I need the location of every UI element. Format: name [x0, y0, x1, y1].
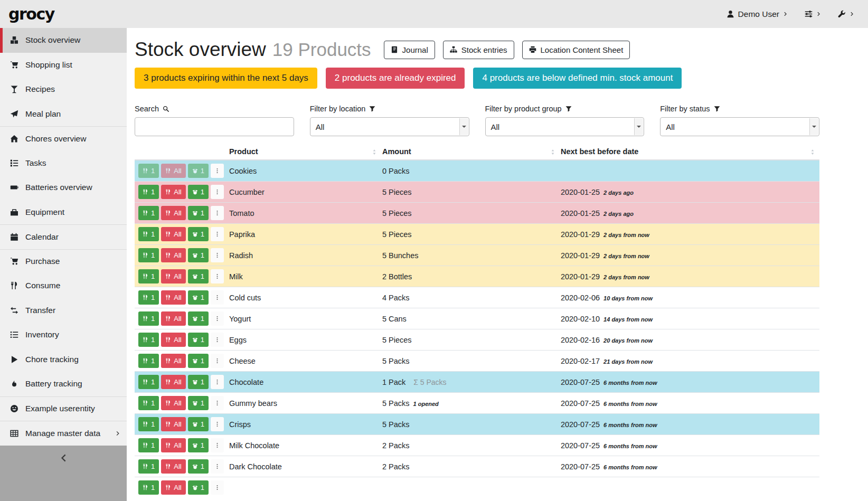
- consume-one-button[interactable]: 1: [138, 417, 159, 431]
- admin-menu[interactable]: [838, 10, 854, 18]
- open-one-button[interactable]: 1: [188, 396, 209, 410]
- row-menu-button[interactable]: [211, 185, 224, 199]
- sidebar-item-equipment[interactable]: Equipment: [0, 200, 127, 225]
- consume-one-button[interactable]: 1: [138, 248, 159, 262]
- consume-one-button[interactable]: 1: [138, 354, 159, 368]
- open-one-button[interactable]: 1: [188, 164, 209, 178]
- location-content-sheet-button[interactable]: Location Content Sheet: [522, 41, 630, 59]
- consume-one-button[interactable]: 1: [138, 480, 159, 495]
- open-one-button[interactable]: 1: [188, 248, 209, 262]
- row-menu-button[interactable]: [211, 375, 224, 389]
- row-menu-button[interactable]: [211, 164, 224, 178]
- consume-all-button[interactable]: All: [161, 248, 185, 262]
- sidebar-item-meal-plan[interactable]: Meal plan: [0, 102, 127, 127]
- open-one-button[interactable]: 1: [188, 227, 209, 241]
- consume-one-button[interactable]: 1: [138, 311, 159, 326]
- app-logo[interactable]: grocy: [8, 5, 54, 23]
- consume-all-button[interactable]: All: [161, 375, 185, 389]
- sidebar-item-purchase[interactable]: Purchase: [0, 249, 127, 274]
- sidebar-item-chore-tracking[interactable]: Chore tracking: [0, 347, 127, 372]
- journal-button[interactable]: Journal: [384, 41, 435, 59]
- sidebar-item-transfer[interactable]: Transfer: [0, 298, 127, 323]
- consume-one-button[interactable]: 1: [138, 269, 159, 283]
- consume-all-button[interactable]: All: [161, 290, 185, 305]
- consume-all-button[interactable]: All: [161, 311, 185, 326]
- expired-banner[interactable]: 2 products are already expired: [326, 68, 465, 89]
- consume-all-button[interactable]: All: [161, 269, 185, 283]
- stock-entries-button[interactable]: Stock entries: [443, 41, 514, 59]
- consume-all-button[interactable]: All: [161, 354, 185, 368]
- consume-all-button[interactable]: All: [161, 396, 185, 410]
- consume-one-button[interactable]: 1: [138, 206, 159, 220]
- sidebar-item-consume[interactable]: Consume: [0, 273, 127, 298]
- status-select[interactable]: All: [660, 117, 819, 136]
- row-menu-button[interactable]: [211, 480, 224, 495]
- row-menu-button[interactable]: [211, 438, 224, 452]
- row-menu-button[interactable]: [211, 459, 224, 474]
- open-one-button[interactable]: 1: [188, 311, 209, 326]
- amount-column-header[interactable]: Amount: [381, 145, 560, 160]
- sidebar-item-stock-overview[interactable]: Stock overview: [0, 28, 127, 53]
- consume-all-button[interactable]: All: [161, 227, 185, 241]
- row-menu-button[interactable]: [211, 333, 224, 347]
- open-one-button[interactable]: 1: [188, 417, 209, 431]
- sidebar-item-tasks[interactable]: Tasks: [0, 151, 127, 176]
- open-one-button[interactable]: 1: [188, 185, 209, 199]
- sidebar-item-example-userentity[interactable]: Example userentity: [0, 396, 127, 421]
- below-min-stock-banner[interactable]: 4 products are below defined min. stock …: [473, 68, 682, 89]
- consume-one-button[interactable]: 1: [138, 185, 159, 199]
- open-one-button[interactable]: 1: [188, 459, 209, 474]
- product-column-header[interactable]: Product: [228, 145, 381, 160]
- consume-one-button[interactable]: 1: [138, 227, 159, 241]
- consume-all-button[interactable]: All: [161, 164, 185, 178]
- consume-one-button[interactable]: 1: [138, 396, 159, 410]
- date-column-header[interactable]: Next best before date: [560, 145, 819, 160]
- sidebar-item-shopping-list[interactable]: Shopping list: [0, 53, 127, 78]
- sidebar-item-batteries-overview[interactable]: Batteries overview: [0, 175, 127, 200]
- search-input[interactable]: [135, 117, 294, 136]
- row-menu-button[interactable]: [211, 206, 224, 220]
- consume-one-button[interactable]: 1: [138, 459, 159, 474]
- open-one-button[interactable]: 1: [188, 290, 209, 305]
- consume-one-button[interactable]: 1: [138, 333, 159, 347]
- consume-all-button[interactable]: All: [161, 417, 185, 431]
- consume-all-button[interactable]: All: [161, 333, 185, 347]
- row-menu-button[interactable]: [211, 269, 224, 283]
- sidebar-item-calendar[interactable]: Calendar: [0, 224, 127, 249]
- consume-all-button[interactable]: All: [161, 459, 185, 474]
- open-one-button[interactable]: 1: [188, 269, 209, 283]
- open-one-button[interactable]: 1: [188, 438, 209, 452]
- sidebar-item-manage-master-data[interactable]: Manage master data: [0, 421, 127, 446]
- consume-all-button[interactable]: All: [161, 480, 185, 495]
- sidebar-item-chores-overview[interactable]: Chores overview: [0, 126, 127, 151]
- sidebar-collapse-button[interactable]: [59, 453, 68, 462]
- open-one-button[interactable]: 1: [188, 206, 209, 220]
- consume-all-button[interactable]: All: [161, 206, 185, 220]
- location-select[interactable]: All: [310, 117, 469, 136]
- settings-menu[interactable]: [805, 10, 821, 18]
- row-menu-button[interactable]: [211, 311, 224, 326]
- sidebar-item-battery-tracking[interactable]: Battery tracking: [0, 372, 127, 396]
- table-row: 1All1Yogurt5 Cans2020-02-1014 days from …: [135, 308, 819, 329]
- row-menu-button[interactable]: [211, 248, 224, 262]
- expiring-banner[interactable]: 3 products expiring within the next 5 da…: [135, 68, 317, 89]
- consume-one-button[interactable]: 1: [138, 375, 159, 389]
- open-one-button[interactable]: 1: [188, 354, 209, 368]
- row-menu-button[interactable]: [211, 396, 224, 410]
- row-menu-button[interactable]: [211, 354, 224, 368]
- sidebar-item-inventory[interactable]: Inventory: [0, 323, 127, 347]
- row-menu-button[interactable]: [211, 290, 224, 305]
- open-one-button[interactable]: 1: [188, 333, 209, 347]
- open-one-button[interactable]: 1: [188, 375, 209, 389]
- consume-all-button[interactable]: All: [161, 185, 185, 199]
- row-menu-button[interactable]: [211, 417, 224, 431]
- user-menu[interactable]: Demo User: [727, 10, 788, 19]
- open-one-button[interactable]: 1: [188, 480, 209, 495]
- product-group-select[interactable]: All: [485, 117, 645, 136]
- consume-one-button[interactable]: 1: [138, 438, 159, 452]
- consume-all-button[interactable]: All: [161, 438, 185, 452]
- consume-one-button[interactable]: 1: [138, 290, 159, 305]
- sidebar-item-recipes[interactable]: Recipes: [0, 77, 127, 102]
- consume-one-button[interactable]: 1: [138, 164, 159, 178]
- row-menu-button[interactable]: [211, 227, 224, 241]
